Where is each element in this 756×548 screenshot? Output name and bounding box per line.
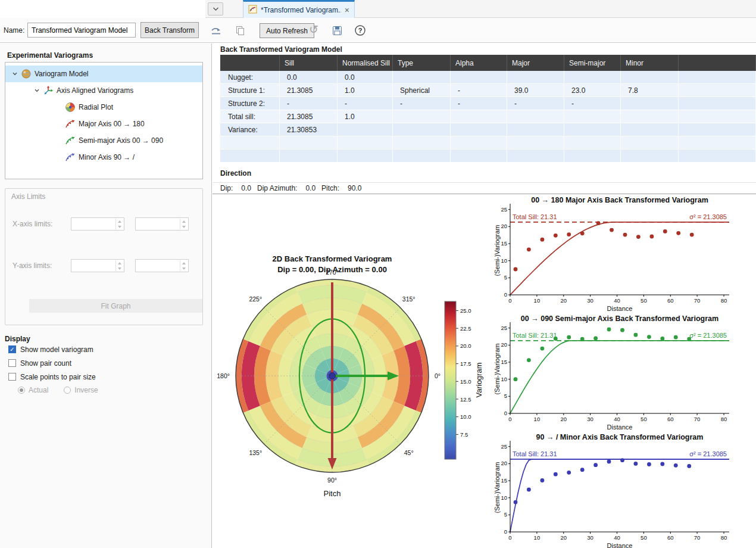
radio-label: Actual <box>29 386 48 394</box>
model-table: SillNormalised SillTypeAlphaMajorSemi-ma… <box>220 55 756 163</box>
svg-text:15: 15 <box>501 240 507 247</box>
table-cell <box>679 136 756 149</box>
radial-plot-chart[interactable]: 2D Back Transformed VariogramDip = 0.00,… <box>213 194 494 548</box>
svg-text:270°: 270° <box>326 269 339 276</box>
tree-item-axis-aligned-variograms[interactable]: Axis Aligned Variograms <box>5 82 202 99</box>
table-cell: Variance: <box>220 123 280 136</box>
table-cell <box>507 150 564 162</box>
radio-actual: Actual <box>18 386 48 394</box>
checkbox-show-pair-count[interactable]: Show pair count <box>8 359 96 368</box>
undo-icon[interactable]: ↺ <box>306 22 321 36</box>
table-cell: Structure 2: <box>220 97 280 110</box>
name-input[interactable] <box>27 23 136 38</box>
semi-major-axis-chart[interactable]: 00 → 090 Semi-major Axis Back Transforme… <box>494 313 756 431</box>
checkbox-label: Show pair count <box>20 359 71 368</box>
svg-text:(Semi-)Variogram: (Semi-)Variogram <box>494 344 501 395</box>
svg-text:Distance: Distance <box>607 424 633 431</box>
tab-transformed-variogram[interactable]: *Transformed Variogram... × <box>243 0 355 18</box>
display-options: ✓Show model variogramShow pair countScal… <box>8 345 96 386</box>
table-cell: - <box>451 97 507 110</box>
table-cell: 1.0 <box>338 110 393 123</box>
table-cell: 21.3085 <box>280 84 338 96</box>
table-cell <box>220 136 280 149</box>
minor-axis-chart[interactable]: 90 → / Minor Axis Back Transformed Vario… <box>494 431 756 548</box>
checked-checkbox-icon[interactable]: ✓ <box>8 345 16 353</box>
pair-size-radios: ActualInverse <box>18 386 98 394</box>
svg-text:225°: 225° <box>249 295 262 303</box>
table-cell <box>621 71 679 83</box>
table-cell: Spherical <box>393 84 451 96</box>
tree-item-label: Variogram Model <box>35 70 88 78</box>
table-cell <box>679 123 756 136</box>
svg-text:Pitch: Pitch <box>324 489 341 498</box>
tree-item-major-axis-00-180[interactable]: Major Axis 00 → 180 <box>5 116 202 132</box>
svg-text:(Semi-)Variogram: (Semi-)Variogram <box>494 225 501 276</box>
table-cell: - <box>564 97 621 110</box>
svg-text:40: 40 <box>614 297 620 304</box>
dip-azimuth-value: 0.0 <box>305 184 315 192</box>
experimental-variograms-header: Experimental Variograms <box>7 51 93 60</box>
tree-item-label: Radial Plot <box>79 103 113 111</box>
table-cell: 7.8 <box>621 84 679 96</box>
svg-text:10: 10 <box>501 376 507 382</box>
svg-text:Variogram: Variogram <box>474 362 483 397</box>
tab-close-icon[interactable]: × <box>345 6 349 14</box>
table-cell: - <box>451 84 507 96</box>
svg-text:10: 10 <box>501 257 507 264</box>
tree-item-minor-axis-90[interactable]: Minor Axis 90 → / <box>5 149 202 166</box>
svg-text:5: 5 <box>504 274 507 281</box>
direction-header: Direction <box>220 169 251 178</box>
svg-text:50: 50 <box>641 534 647 541</box>
table-row: Structure 2:------ <box>220 97 756 110</box>
svg-text:10: 10 <box>534 534 541 541</box>
copy-icon[interactable] <box>232 23 248 38</box>
tree-item-radial-plot[interactable]: Radial Plot <box>5 99 202 116</box>
radial-plot-icon <box>65 102 76 113</box>
unchecked-checkbox-icon[interactable] <box>8 373 16 381</box>
tree-expander-icon[interactable] <box>32 88 42 94</box>
table-row: Nugget:0.00.0 <box>220 71 756 84</box>
tree-item-variogram-model[interactable]: Variogram Model <box>5 66 202 82</box>
forward-arrow-icon[interactable] <box>208 23 224 38</box>
table-cell <box>280 136 338 149</box>
table-cell <box>338 150 393 162</box>
table-cell <box>280 150 338 162</box>
svg-text:2D Back Transformed Variogram: 2D Back Transformed Variogram <box>273 254 392 263</box>
svg-text:?: ? <box>358 27 363 34</box>
major-axis-chart[interactable]: 00 → 180 Major Axis Back Transformed Var… <box>494 194 756 313</box>
table-row: Total sill:21.30851.0 <box>220 110 756 123</box>
tree-item-label: Major Axis 00 → 180 <box>79 120 145 128</box>
table-header-cell: Normalised Sill <box>338 55 393 71</box>
dip-label: Dip: <box>220 184 233 192</box>
window-list-button[interactable] <box>208 2 223 15</box>
unchecked-checkbox-icon[interactable] <box>8 359 16 367</box>
x-axis-max-input <box>135 217 189 231</box>
tab-bar: *Transformed Variogram... × <box>0 0 756 18</box>
table-cell: 23.0 <box>564 84 621 96</box>
svg-text:σ² = 21.3085: σ² = 21.3085 <box>689 332 727 339</box>
svg-text:30: 30 <box>587 416 593 422</box>
svg-text:σ² = 21.3085: σ² = 21.3085 <box>689 450 727 457</box>
table-cell <box>679 71 756 83</box>
svg-text:50: 50 <box>641 416 647 422</box>
save-icon[interactable] <box>329 23 345 38</box>
svg-text:90°: 90° <box>327 477 337 484</box>
tree-expander-icon[interactable] <box>10 71 20 77</box>
svg-text:60: 60 <box>667 297 674 304</box>
back-transform-button[interactable]: Back Transform <box>140 22 199 38</box>
x-axis-min-input <box>71 217 124 231</box>
svg-text:20: 20 <box>501 341 507 348</box>
svg-text:0: 0 <box>504 528 507 535</box>
svg-text:10: 10 <box>534 416 541 422</box>
back-transformed-model-header: Back Transformed Variogram Model <box>220 45 342 54</box>
svg-text:10: 10 <box>534 297 541 304</box>
svg-text:15: 15 <box>501 477 507 484</box>
tree-item-semi-major-axis-00-090[interactable]: Semi-major Axis 00 → 090 <box>5 132 202 149</box>
svg-text:30: 30 <box>587 297 593 304</box>
help-icon[interactable]: ? <box>352 23 368 38</box>
svg-text:0: 0 <box>508 416 511 422</box>
checkbox-show-model-variogram[interactable]: ✓Show model variogram <box>8 345 96 354</box>
table-cell <box>451 71 507 83</box>
checkbox-scale-points-to-pair-size[interactable]: Scale points to pair size <box>8 372 96 381</box>
table-row: Structure 1:21.30851.0Spherical-39.023.0… <box>220 84 756 97</box>
